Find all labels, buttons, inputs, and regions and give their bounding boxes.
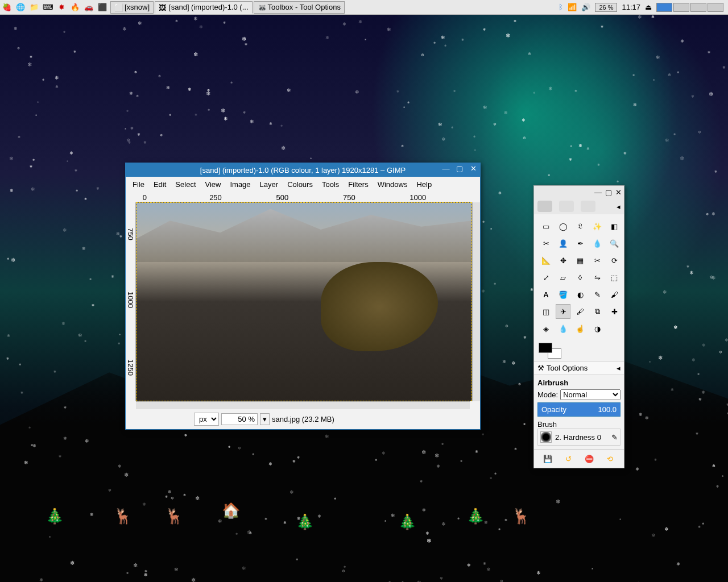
xsnow-tree: 🎄 — [466, 508, 485, 525]
vertical-ruler[interactable]: 750 1000 1250 — [126, 202, 136, 401]
menu-select[interactable]: Select — [172, 179, 199, 190]
tool-smudge[interactable]: ☝ — [573, 321, 588, 336]
tool-free-select[interactable]: 𝔏 — [573, 219, 588, 234]
restore-options-icon[interactable]: ↺ — [563, 453, 574, 464]
vertical-scrollbar[interactable] — [472, 202, 480, 401]
taskbar: 🍓 🌐 📁 ⌨ ✸ 🔥 🚗 ⬛ ⬜[xsnow] 🖼[sand] (import… — [0, 0, 728, 15]
volume-icon[interactable]: 🔊 — [581, 3, 590, 11]
tool-rotate[interactable]: ⟳ — [607, 253, 622, 268]
terminal-icon[interactable]: ⌨ — [42, 1, 54, 14]
menu-tools[interactable]: Tools — [318, 179, 342, 190]
tool-options-menu-icon[interactable]: ◂ — [617, 364, 621, 372]
unit-select[interactable]: px — [194, 413, 219, 426]
tool-clone[interactable]: ⧉ — [590, 304, 605, 319]
save-options-icon[interactable]: 💾 — [542, 453, 553, 464]
tool-shear[interactable]: ▱ — [556, 270, 570, 285]
taskbar-task-gimp-toolbox[interactable]: 🦝Toolbox - Tool Options — [254, 1, 345, 14]
wifi-icon[interactable]: 📶 — [568, 3, 577, 11]
gimp-statusbar: px ▾ sand.jpg (23.2 MB) — [126, 409, 480, 429]
battery-indicator[interactable]: 26 % — [595, 3, 617, 12]
tool-text[interactable]: A — [539, 287, 553, 302]
image-canvas[interactable] — [136, 202, 472, 401]
brush-edit-icon[interactable]: ✎ — [611, 433, 618, 442]
tool-scale[interactable]: ⤢ — [539, 270, 553, 285]
tool-measure[interactable]: 📐 — [539, 253, 553, 268]
tool-perspective[interactable]: ◊ — [573, 270, 588, 285]
tool-blend[interactable]: ◐ — [573, 287, 588, 302]
workspace-pager[interactable] — [656, 3, 723, 12]
app-icon[interactable]: ✸ — [55, 1, 68, 14]
eject-icon[interactable]: ⏏ — [645, 3, 652, 11]
menu-filters[interactable]: Filters — [345, 179, 371, 190]
tool-paintbrush[interactable]: 🖌 — [607, 287, 622, 302]
tool-perspective-clone[interactable]: ◈ — [539, 321, 553, 336]
delete-options-icon[interactable]: ⛔ — [584, 453, 595, 464]
zoom-dropdown-icon[interactable]: ▾ — [260, 413, 270, 425]
tool-eraser[interactable]: ◫ — [539, 304, 553, 319]
tool-bucket-fill[interactable]: 🪣 — [556, 287, 570, 302]
menu-raspberry-icon[interactable]: 🍓 — [1, 1, 13, 14]
zoom-input[interactable] — [221, 413, 258, 425]
menu-image[interactable]: Image — [226, 179, 254, 190]
tool-zoom[interactable]: 🔍 — [607, 236, 622, 251]
menu-help[interactable]: Help — [413, 179, 435, 190]
tool-pencil[interactable]: ✎ — [590, 287, 605, 302]
xsnow-reindeer: 🦌 — [512, 508, 530, 525]
minimize-button[interactable]: — — [594, 188, 602, 197]
app-icon[interactable]: 🔥 — [69, 1, 81, 14]
horizontal-scrollbar[interactable] — [136, 401, 470, 409]
tool-paths[interactable]: ✒ — [573, 236, 588, 251]
toolbox-tab[interactable] — [559, 201, 574, 212]
tool-dodge[interactable]: ◑ — [590, 321, 605, 336]
tab-menu-icon[interactable]: ◂ — [617, 202, 621, 211]
tool-options-label: Tool Options — [547, 364, 588, 372]
tool-ellipse-select[interactable]: ◯ — [556, 219, 570, 234]
tool-align[interactable]: ▦ — [573, 253, 588, 268]
tool-foreground-select[interactable]: 👤 — [556, 236, 570, 251]
menu-view[interactable]: View — [202, 179, 225, 190]
taskbar-task-gimp-image[interactable]: 🖼[sand] (imported)-1.0 (... — [155, 1, 252, 14]
tool-heal[interactable]: ✚ — [607, 304, 622, 319]
tool-cage[interactable]: ⬚ — [607, 270, 622, 285]
fg-bg-color[interactable] — [539, 343, 561, 359]
reset-options-icon[interactable]: ⟲ — [605, 453, 616, 464]
menu-edit[interactable]: Edit — [150, 179, 169, 190]
mode-select[interactable]: Normal — [560, 389, 621, 400]
tool-airbrush[interactable]: ✈ — [556, 304, 570, 319]
tool-ink[interactable]: 🖋 — [573, 304, 588, 319]
web-browser-icon[interactable]: 🌐 — [14, 1, 27, 14]
toolbox-tab[interactable] — [581, 201, 595, 212]
file-manager-icon[interactable]: 📁 — [28, 1, 40, 14]
horizontal-ruler[interactable]: 0 250 500 750 1000 — [136, 192, 470, 202]
maximize-button[interactable]: ▢ — [605, 188, 612, 197]
tool-move[interactable]: ✥ — [556, 253, 570, 268]
gimp-titlebar[interactable]: [sand] (imported)-1.0 (RGB colour, 1 lay… — [126, 163, 480, 177]
tool-color-picker[interactable]: 💧 — [590, 236, 605, 251]
app-icon[interactable]: 🚗 — [82, 1, 95, 14]
tool-rect-select[interactable]: ▭ — [539, 219, 553, 234]
menu-colours[interactable]: Colours — [284, 179, 316, 190]
tool-flip[interactable]: ⇋ — [590, 270, 605, 285]
xsnow-reindeer: 🦌 — [114, 508, 132, 525]
close-button[interactable]: ✕ — [469, 164, 478, 173]
menu-file[interactable]: File — [129, 179, 148, 190]
minimize-button[interactable]: — — [441, 164, 450, 173]
brush-selector[interactable]: 2. Hardness 0 ✎ — [537, 429, 621, 446]
close-button[interactable]: ✕ — [615, 188, 622, 197]
maximize-button[interactable]: ▢ — [455, 164, 464, 173]
toolbox-tab[interactable] — [537, 201, 552, 212]
tool-blur[interactable]: 💧 — [556, 321, 570, 336]
xsnow-tree: 🎄 — [296, 513, 314, 531]
xsnow-moose: 🦌 — [165, 508, 183, 525]
clock[interactable]: 11:17 — [622, 3, 640, 11]
tool-crop[interactable]: ✂ — [590, 253, 605, 268]
opacity-slider[interactable]: Opacity100.0 — [537, 402, 621, 417]
menu-windows[interactable]: Windows — [374, 179, 411, 190]
tool-by-color-select[interactable]: ◧ — [607, 219, 622, 234]
tool-fuzzy-select[interactable]: ✨ — [590, 219, 605, 234]
menu-layer[interactable]: Layer — [257, 179, 282, 190]
tool-scissors[interactable]: ✂ — [539, 236, 553, 251]
bluetooth-icon[interactable]: ᛒ — [559, 3, 563, 11]
taskbar-task-xsnow[interactable]: ⬜[xsnow] — [110, 1, 154, 14]
app-icon[interactable]: ⬛ — [96, 1, 109, 14]
